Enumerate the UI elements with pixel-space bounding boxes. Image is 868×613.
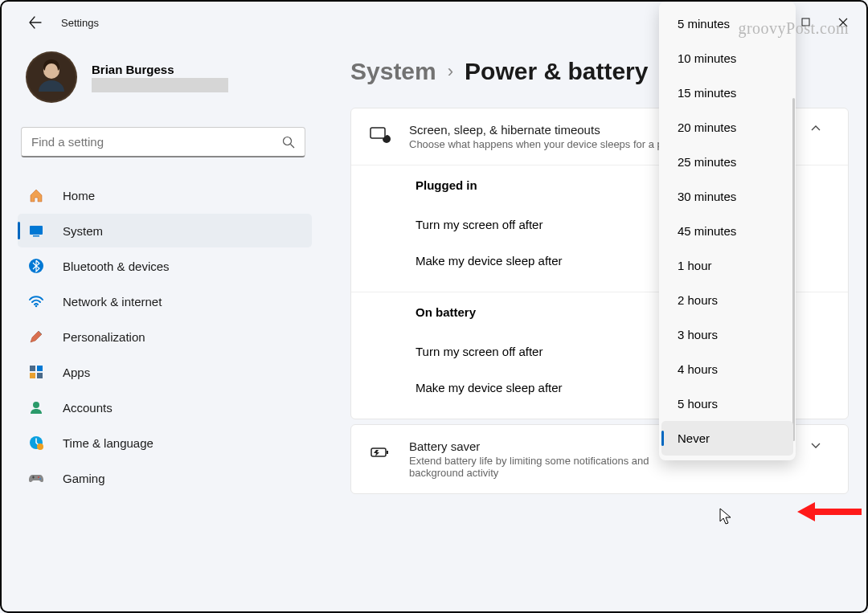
dropdown-option[interactable]: 30 minutes — [661, 179, 793, 214]
dropdown-option[interactable]: 45 minutes — [661, 214, 793, 248]
arrow-left-icon — [29, 16, 42, 29]
window-title: Settings — [61, 17, 99, 29]
nav-item-network[interactable]: Network & internet — [18, 284, 312, 318]
dropdown-option[interactable]: Never — [661, 421, 793, 456]
svg-rect-5 — [33, 235, 39, 237]
breadcrumb-current: Power & battery — [465, 58, 648, 85]
svg-rect-10 — [30, 373, 35, 378]
svg-rect-4 — [30, 226, 43, 235]
nav-item-home[interactable]: Home — [18, 178, 312, 212]
battery-saver-icon — [369, 441, 391, 464]
svg-rect-8 — [30, 366, 35, 371]
system-icon — [27, 222, 45, 239]
svg-point-3 — [284, 137, 292, 145]
nav-label: Gaming — [63, 472, 105, 485]
nav-item-time[interactable]: Time & language — [18, 426, 312, 460]
nav-label: Home — [63, 189, 95, 202]
gaming-icon — [27, 469, 45, 487]
dropdown-option[interactable]: 3 hours — [661, 317, 793, 352]
nav-item-bluetooth[interactable]: Bluetooth & devices — [18, 249, 312, 283]
card-title: Battery saver — [409, 439, 673, 453]
search-input[interactable] — [31, 135, 282, 149]
dropdown-option[interactable]: 2 hours — [661, 283, 793, 317]
svg-rect-9 — [37, 366, 43, 371]
apps-icon — [27, 363, 45, 381]
svg-rect-17 — [371, 128, 385, 138]
time-icon — [27, 434, 45, 452]
nav-list: Home System Bluetooth & devices Network … — [18, 178, 312, 495]
chevron-up-icon — [801, 123, 830, 134]
nav-label: Accounts — [63, 401, 113, 415]
watermark: groovyPost.com — [738, 19, 849, 38]
screen-sleep-icon — [369, 125, 391, 147]
home-icon — [27, 186, 45, 204]
nav-label: Personalization — [63, 330, 145, 344]
dropdown-option[interactable]: 15 minutes — [661, 76, 793, 110]
chevron-down-icon — [801, 439, 830, 451]
nav-label: Time & language — [63, 436, 154, 450]
back-button[interactable] — [19, 8, 51, 37]
nav-item-personalization[interactable]: Personalization — [18, 320, 312, 353]
dropdown-option[interactable]: 4 hours — [661, 352, 793, 386]
breadcrumb-separator: › — [448, 61, 453, 82]
nav-label: System — [63, 224, 103, 238]
nav-item-accounts[interactable]: Accounts — [18, 390, 312, 424]
breadcrumb-parent[interactable]: System — [350, 58, 436, 85]
user-name: Brian Burgess — [92, 63, 228, 76]
nav-label: Apps — [63, 366, 90, 379]
user-email-redacted — [92, 78, 228, 92]
svg-point-7 — [35, 305, 38, 308]
search-box[interactable] — [21, 127, 305, 157]
dropdown-option[interactable]: 20 minutes — [661, 110, 793, 145]
dropdown-option[interactable]: 1 hour — [661, 248, 793, 283]
svg-point-15 — [38, 476, 39, 478]
nav-item-system[interactable]: System — [18, 214, 312, 247]
dropdown-option[interactable]: 10 minutes — [661, 41, 793, 76]
svg-point-16 — [39, 478, 41, 480]
arrow-annotation — [797, 500, 862, 527]
network-icon — [27, 292, 45, 310]
dropdown-option[interactable]: 5 hours — [661, 386, 793, 421]
svg-point-14 — [37, 443, 43, 450]
dropdown-option[interactable]: 25 minutes — [661, 145, 793, 179]
bluetooth-icon — [27, 257, 45, 275]
search-icon — [282, 136, 295, 149]
nav-item-gaming[interactable]: Gaming — [18, 461, 312, 495]
nav-label: Bluetooth & devices — [63, 260, 170, 273]
user-profile[interactable]: Brian Burgess — [18, 51, 312, 103]
nav-item-apps[interactable]: Apps — [18, 355, 312, 389]
svg-point-12 — [33, 402, 39, 408]
svg-rect-19 — [387, 451, 388, 454]
card-subtitle: Extend battery life by limiting some not… — [409, 455, 673, 479]
svg-rect-11 — [37, 373, 43, 378]
avatar — [26, 51, 77, 103]
mouse-cursor — [719, 508, 734, 529]
nav-label: Network & internet — [63, 295, 162, 309]
personalization-icon — [27, 328, 45, 345]
timeout-dropdown[interactable]: 5 minutes10 minutes15 minutes20 minutes2… — [659, 2, 796, 460]
sidebar: Brian Burgess Home System Bluetooth & de… — [2, 43, 323, 611]
accounts-icon — [27, 398, 45, 416]
